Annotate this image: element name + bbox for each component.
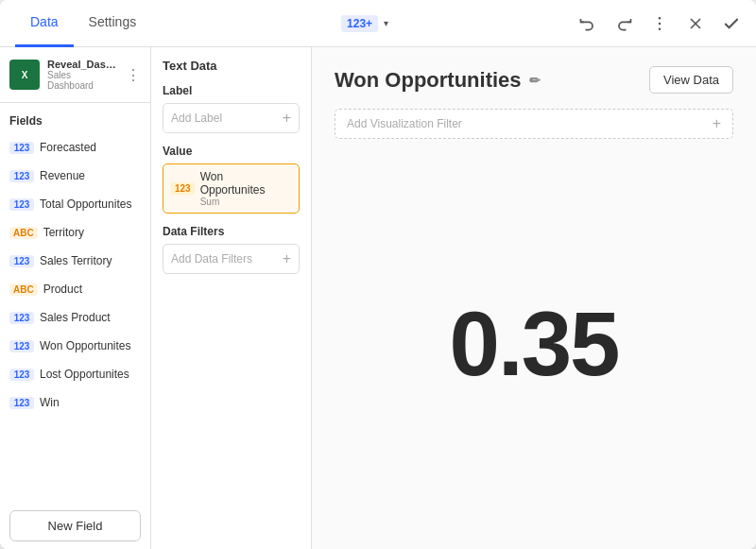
field-type-badge: 123 [9, 340, 34, 352]
label-section: Label Add Label + [163, 84, 300, 133]
add-label-row[interactable]: Add Label + [163, 103, 300, 133]
add-data-filters-text: Add Data Filters [171, 252, 252, 266]
field-type-badge: 123 [9, 142, 34, 154]
chip-info: Won Opportunites Sum [200, 170, 291, 207]
add-data-filters-plus-icon[interactable]: + [283, 250, 291, 267]
viz-display: 0.35 [335, 158, 733, 530]
field-label-text: Forecasted [40, 141, 96, 154]
text-data-title: Text Data [163, 59, 300, 73]
field-type-badge: 123 [9, 170, 34, 182]
file-info: Reveal_Dashboard_Tutorials.xlsx Sales Da… [47, 59, 118, 91]
field-item-total-opportunites[interactable]: 123Total Opportunites [0, 190, 150, 218]
tab-bar: Data Settings [15, 0, 151, 47]
close-button[interactable] [686, 14, 705, 33]
data-filters-section: Data Filters Add Data Filters + [163, 225, 300, 274]
field-label-text: Sales Territory [40, 254, 112, 267]
file-icon-text: X [22, 70, 28, 80]
view-data-button[interactable]: View Data [649, 66, 733, 94]
add-label-text: Add Label [171, 112, 222, 125]
redo-button[interactable] [614, 14, 633, 33]
field-type-badge: 123 [9, 198, 34, 211]
chip-name: Won Opportunites [200, 170, 291, 197]
svg-point-0 [659, 16, 662, 19]
big-number: 0.35 [450, 292, 619, 396]
value-section: Value 123 Won Opportunites Sum [163, 145, 300, 214]
field-item-territory[interactable]: ABCTerritory [0, 218, 150, 247]
field-type-badge: ABC [9, 283, 38, 296]
field-item-sales-territory[interactable]: 123Sales Territory [0, 247, 150, 275]
top-bar: Data Settings 123+ ▾ [0, 0, 756, 47]
new-field-button[interactable]: New Field [9, 510, 141, 541]
tab-data[interactable]: Data [15, 0, 74, 47]
filter-placeholder-text: Add Visualization Filter [347, 117, 462, 130]
badge-area: 123+ ▾ [341, 15, 388, 32]
field-type-badge: 123 [9, 312, 34, 324]
viz-title-text: Won Opportunities [335, 68, 522, 93]
data-filters-title: Data Filters [163, 225, 300, 238]
field-label-text: Lost Opportunites [40, 368, 129, 381]
file-name: Reveal_Dashboard_Tutorials.xlsx [47, 59, 118, 70]
chevron-down-icon[interactable]: ▾ [384, 18, 388, 28]
more-button[interactable] [650, 14, 669, 33]
viz-title: Won Opportunities ✏ [335, 68, 541, 93]
undo-button[interactable] [578, 14, 597, 33]
fields-header: Fields [0, 103, 150, 133]
field-type-badge: ABC [9, 227, 38, 239]
field-label-text: Win [40, 396, 60, 409]
value-section-title: Value [163, 145, 300, 158]
field-label-text: Revenue [40, 169, 85, 182]
add-data-filters-row[interactable]: Add Data Filters + [163, 244, 300, 274]
chip-sub: Sum [200, 197, 291, 207]
field-type-badge: 123 [9, 397, 34, 409]
field-label-text: Total Opportunites [40, 197, 131, 211]
field-item-win[interactable]: 123Win [0, 388, 150, 417]
file-menu-button[interactable]: ⋮ [126, 66, 141, 84]
field-type-badge: 123 [9, 369, 34, 381]
action-buttons [578, 14, 741, 33]
type-badge: 123+ [341, 15, 378, 32]
field-label-text: Sales Product [40, 311, 111, 324]
filter-plus-icon[interactable]: + [713, 115, 721, 132]
field-item-lost-opportunites[interactable]: 123Lost Opportunites [0, 360, 150, 388]
label-section-title: Label [163, 84, 300, 97]
confirm-button[interactable] [722, 14, 741, 33]
left-sidebar: X Reveal_Dashboard_Tutorials.xlsx Sales … [0, 47, 151, 549]
field-item-sales-product[interactable]: 123Sales Product [0, 303, 150, 332]
file-icon: X [9, 60, 40, 90]
file-subtitle: Sales Dashboard [47, 70, 118, 91]
add-label-plus-icon[interactable]: + [283, 110, 291, 127]
field-label-text: Territory [43, 226, 84, 239]
filter-bar[interactable]: Add Visualization Filter + [335, 109, 733, 139]
field-label-text: Won Opportunites [40, 339, 131, 352]
edit-title-icon[interactable]: ✏ [529, 73, 541, 88]
field-item-forecasted[interactable]: 123Forecasted [0, 133, 150, 162]
field-item-product[interactable]: ABCProduct [0, 275, 150, 303]
chip-badge: 123 [171, 182, 195, 195]
value-chip[interactable]: 123 Won Opportunites Sum [163, 163, 300, 214]
middle-panel: Text Data Label Add Label + Value 123 Wo… [151, 47, 312, 549]
file-section: X Reveal_Dashboard_Tutorials.xlsx Sales … [0, 47, 150, 103]
svg-point-2 [659, 27, 662, 30]
field-label-text: Product [43, 283, 82, 296]
field-item-won-opportunites[interactable]: 123Won Opportunites [0, 332, 150, 360]
field-item-revenue[interactable]: 123Revenue [0, 162, 150, 190]
field-type-badge: 123 [9, 255, 34, 267]
svg-point-1 [659, 22, 662, 25]
fields-list: 123Forecasted123Revenue123Total Opportun… [0, 133, 150, 503]
tab-settings[interactable]: Settings [74, 0, 152, 47]
viz-header: Won Opportunities ✏ View Data [335, 66, 733, 94]
right-panel: Won Opportunities ✏ View Data Add Visual… [312, 47, 756, 549]
main-layout: X Reveal_Dashboard_Tutorials.xlsx Sales … [0, 47, 756, 549]
